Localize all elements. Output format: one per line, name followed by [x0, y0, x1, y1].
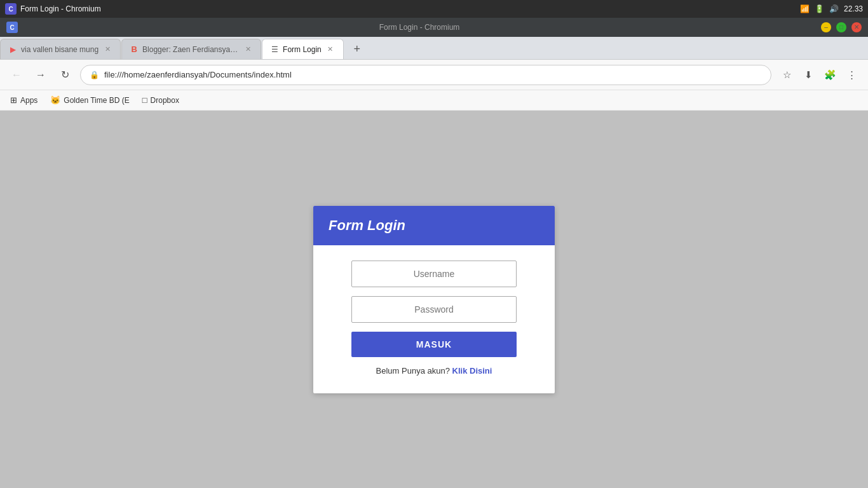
tab-2-title: Blogger: Zaen Ferdiansyah - E: [142, 45, 239, 54]
footer-text: Belum Punya akun?: [376, 366, 450, 376]
os-app-icon: C: [5, 3, 17, 15]
tab-3[interactable]: ☰ Form Login ✕: [262, 39, 344, 59]
window-titlebar: C Form Login - Chromium – □ ✕: [0, 18, 868, 37]
os-topbar: C Form Login - Chromium 📶 🔋 🔊 22.33: [0, 0, 868, 18]
close-button[interactable]: ✕: [851, 22, 862, 32]
extensions-button[interactable]: 🧩: [821, 66, 839, 84]
tab-1-favicon: ▶: [8, 45, 17, 54]
forward-button[interactable]: →: [32, 66, 50, 84]
bookmark-golden[interactable]: 🐱 Golden Time BD (E: [45, 94, 134, 106]
toolbar-icons: ☆ ⬇ 🧩 ⋮: [778, 66, 860, 84]
golden-bookmark-icon: 🐱: [50, 95, 60, 105]
tab-1-title: via vallen bisane mung: [21, 45, 98, 54]
os-topbar-right: 📶 🔋 🔊 22.33: [800, 4, 863, 13]
username-input[interactable]: [351, 261, 517, 287]
tab-3-close[interactable]: ✕: [325, 44, 336, 55]
minimize-button[interactable]: –: [821, 22, 831, 32]
tabs-bar: ▶ via vallen bisane mung ✕ B Blogger: Za…: [0, 37, 868, 60]
login-title: Form Login: [329, 217, 539, 234]
menu-button[interactable]: ⋮: [843, 66, 860, 84]
login-card-body: MASUK Belum Punya akun? Klik Disini: [313, 245, 555, 393]
titlebar-controls[interactable]: – □ ✕: [821, 22, 862, 32]
chromium-icon: C: [6, 22, 18, 33]
back-button[interactable]: ←: [8, 66, 25, 84]
volume-icon: 🔊: [829, 4, 839, 13]
bookmark-dropbox-label: Dropbox: [151, 96, 179, 105]
dropbox-bookmark-icon: □: [142, 95, 147, 105]
bookmark-star-button[interactable]: ☆: [778, 66, 796, 84]
os-window-title: Form Login - Chromium: [20, 4, 101, 13]
tab-3-title: Form Login: [283, 45, 322, 54]
save-page-button[interactable]: ⬇: [799, 66, 817, 84]
tab-3-favicon: ☰: [270, 45, 279, 54]
browser-window: ▶ via vallen bisane mung ✕ B Blogger: Za…: [0, 37, 868, 488]
reload-button[interactable]: ↻: [56, 66, 74, 84]
address-bar: ← → ↻ 🔒 file:///home/zaenferdiansyah/Doc…: [0, 60, 868, 90]
address-input-wrap[interactable]: 🔒 file:///home/zaenferdiansyah/Documents…: [80, 65, 771, 85]
login-card-header: Form Login: [313, 206, 555, 245]
bookmark-apps[interactable]: ⊞ Apps: [5, 94, 43, 106]
browser-content: Form Login MASUK Belum Punya akun? Klik …: [0, 111, 868, 488]
tab-2[interactable]: B Blogger: Zaen Ferdiansyah - E ✕: [121, 39, 261, 59]
bookmarks-bar: ⊞ Apps 🐱 Golden Time BD (E □ Dropbox: [0, 90, 868, 111]
titlebar-title: Form Login - Chromium: [18, 23, 821, 32]
tab-2-close[interactable]: ✕: [243, 44, 253, 55]
tab-1[interactable]: ▶ via vallen bisane mung ✕: [0, 39, 121, 59]
battery-icon: 🔋: [815, 4, 824, 13]
lock-icon: 🔒: [90, 71, 99, 79]
login-card: Form Login MASUK Belum Punya akun? Klik …: [313, 206, 555, 393]
tab-2-favicon: B: [130, 45, 139, 54]
footer-link[interactable]: Klik Disini: [452, 366, 492, 376]
network-icon: 📶: [800, 4, 810, 13]
submit-button[interactable]: MASUK: [351, 332, 517, 357]
login-footer: Belum Punya akun? Klik Disini: [376, 366, 492, 376]
address-text: file:///home/zaenferdiansyah/Documents/i…: [104, 70, 762, 79]
titlebar-left: C: [6, 22, 18, 33]
bookmark-dropbox[interactable]: □ Dropbox: [137, 94, 184, 106]
apps-bookmark-icon: ⊞: [10, 95, 17, 105]
new-tab-button[interactable]: +: [347, 39, 367, 59]
clock: 22.33: [844, 4, 863, 13]
os-topbar-left: C Form Login - Chromium: [5, 3, 101, 15]
password-input[interactable]: [351, 296, 517, 323]
bookmark-golden-label: Golden Time BD (E: [64, 96, 129, 105]
maximize-button[interactable]: □: [836, 22, 846, 32]
tab-1-close[interactable]: ✕: [102, 44, 112, 55]
bookmark-apps-label: Apps: [20, 96, 37, 105]
